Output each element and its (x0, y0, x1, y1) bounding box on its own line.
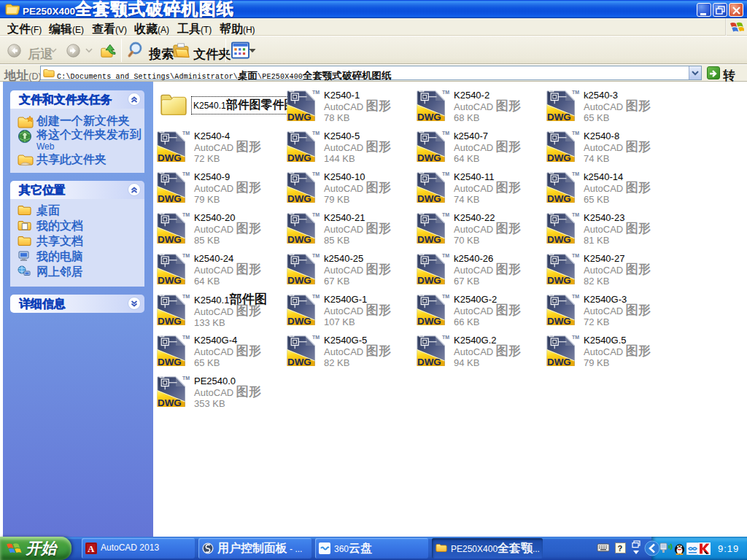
svg-text:?: ? (618, 544, 623, 553)
svg-text:A: A (88, 544, 94, 554)
